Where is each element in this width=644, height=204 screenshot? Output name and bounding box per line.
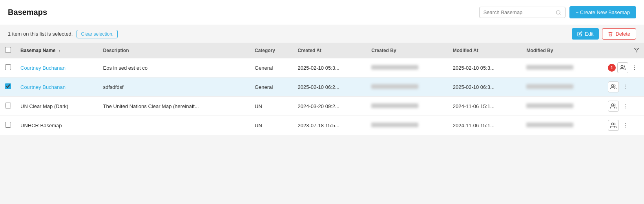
row-modified-at-cell: 2024-11-06 15:1...	[448, 116, 522, 135]
more-options-button[interactable]	[620, 102, 630, 110]
people-icon	[620, 65, 626, 71]
row-actions	[608, 101, 639, 112]
modified-by-blurred	[526, 103, 573, 108]
trash-icon	[608, 31, 613, 36]
col-header-description: Description	[99, 43, 250, 58]
col-header-modified-at: Modified At	[448, 43, 522, 58]
row-actions	[608, 81, 639, 92]
row-description-cell: sdfsdfdsf	[99, 78, 250, 97]
row-checkbox[interactable]	[5, 83, 11, 89]
svg-point-17	[625, 125, 626, 126]
row-actions-cell	[603, 116, 644, 135]
basemap-name-link[interactable]: Courtney Buchanan	[20, 84, 66, 90]
row-modified-by-cell	[522, 78, 603, 97]
created-by-blurred	[371, 65, 418, 70]
svg-point-12	[625, 104, 626, 105]
more-options-button[interactable]	[620, 83, 630, 91]
row-modified-by-cell	[522, 116, 603, 135]
row-checkbox-cell	[0, 116, 16, 135]
people-icon	[610, 103, 617, 109]
row-name-cell: Courtney Buchanan	[16, 78, 99, 97]
svg-point-16	[625, 123, 626, 124]
created-by-blurred	[371, 103, 418, 108]
svg-point-13	[625, 106, 626, 107]
modified-by-blurred	[526, 123, 573, 127]
row-checkbox[interactable]	[5, 64, 11, 70]
select-all-checkbox[interactable]	[5, 47, 11, 53]
clear-selection-button[interactable]: Clear selection.	[77, 30, 118, 38]
selection-message: 1 item on this list is selected.	[8, 31, 73, 37]
svg-point-7	[611, 85, 613, 87]
table-row: Courtney BuchananEos in sed est et coGen…	[0, 58, 644, 78]
more-options-button[interactable]	[620, 121, 630, 129]
row-modified-at-cell: 2025-02-10 05:3...	[448, 58, 522, 78]
search-input[interactable]	[483, 9, 554, 15]
ellipsis-icon	[622, 84, 628, 90]
group-icon-button[interactable]	[608, 101, 619, 112]
row-checkbox-cell	[0, 97, 16, 116]
svg-point-4	[634, 65, 635, 66]
top-bar-right: + Create New Basemap	[479, 6, 636, 18]
row-created-at-cell: 2024-03-20 09:2...	[293, 97, 367, 116]
edit-icon	[577, 31, 582, 36]
col-header-name[interactable]: Basemap Name ↑	[16, 43, 99, 58]
row-name-cell: Courtney Buchanan	[16, 58, 99, 78]
svg-point-5	[634, 67, 635, 68]
row-description-cell: The United Nations Clear Map (hereinaft.…	[99, 97, 250, 116]
row-actions: 1	[608, 62, 639, 73]
svg-point-6	[634, 69, 635, 70]
row-created-at-cell: 2025-02-10 05:3...	[293, 58, 367, 78]
delete-button[interactable]: Delete	[602, 28, 636, 40]
select-all-header	[0, 43, 16, 58]
svg-point-14	[625, 108, 626, 108]
row-modified-at-cell: 2025-02-10 06:3...	[448, 78, 522, 97]
svg-point-0	[556, 10, 560, 14]
row-category-cell: UN	[250, 97, 293, 116]
row-actions-cell: 1	[603, 58, 644, 78]
people-icon	[610, 122, 617, 128]
search-box	[479, 7, 566, 18]
people-icon	[610, 84, 617, 90]
basemap-name-link[interactable]: Courtney Buchanan	[20, 65, 66, 71]
ellipsis-icon	[631, 65, 638, 71]
row-category-cell: General	[250, 78, 293, 97]
row-created-at-cell: 2023-07-18 15:5...	[293, 116, 367, 135]
svg-marker-2	[634, 48, 639, 52]
row-checkbox[interactable]	[5, 103, 11, 108]
search-icon	[556, 10, 561, 15]
edit-button-label: Edit	[585, 31, 593, 37]
row-category-cell: General	[250, 58, 293, 78]
table-row: UN Clear Map (Dark)The United Nations Cl…	[0, 97, 644, 116]
row-modified-by-cell	[522, 97, 603, 116]
col-header-category: Category	[250, 43, 293, 58]
ellipsis-icon	[622, 122, 628, 128]
row-description-cell: Eos in sed est et co	[99, 58, 250, 78]
row-actions	[608, 120, 639, 131]
row-modified-by-cell	[522, 58, 603, 78]
basemap-name: UNHCR Basemap	[16, 116, 99, 135]
basemaps-table-container: Basemap Name ↑ Description Category Crea…	[0, 43, 644, 135]
create-basemap-button[interactable]: + Create New Basemap	[569, 6, 636, 18]
more-options-button[interactable]	[630, 64, 639, 72]
row-created-by-cell	[367, 97, 448, 116]
row-actions-cell	[603, 97, 644, 116]
selection-bar: 1 item on this list is selected. Clear s…	[0, 25, 644, 43]
delete-button-label: Delete	[615, 31, 630, 37]
group-icon-button[interactable]	[608, 81, 619, 92]
edit-button[interactable]: Edit	[572, 28, 599, 40]
row-checkbox[interactable]	[5, 122, 11, 128]
row-modified-at-cell: 2024-11-06 15:1...	[448, 97, 522, 116]
svg-point-15	[611, 123, 613, 125]
selection-bar-right: Edit Delete	[572, 28, 636, 40]
col-header-created-by: Created By	[367, 43, 448, 58]
sort-arrow-name: ↑	[58, 49, 60, 53]
svg-line-1	[559, 13, 560, 14]
row-checkbox-cell	[0, 58, 16, 78]
group-icon-button[interactable]	[608, 120, 619, 131]
row-badge: 1	[608, 64, 616, 72]
group-icon-button[interactable]	[617, 62, 628, 73]
basemaps-table: Basemap Name ↑ Description Category Crea…	[0, 43, 644, 135]
filter-icon[interactable]	[634, 47, 639, 53]
modified-by-blurred	[526, 65, 573, 70]
col-header-created-at: Created At	[293, 43, 367, 58]
